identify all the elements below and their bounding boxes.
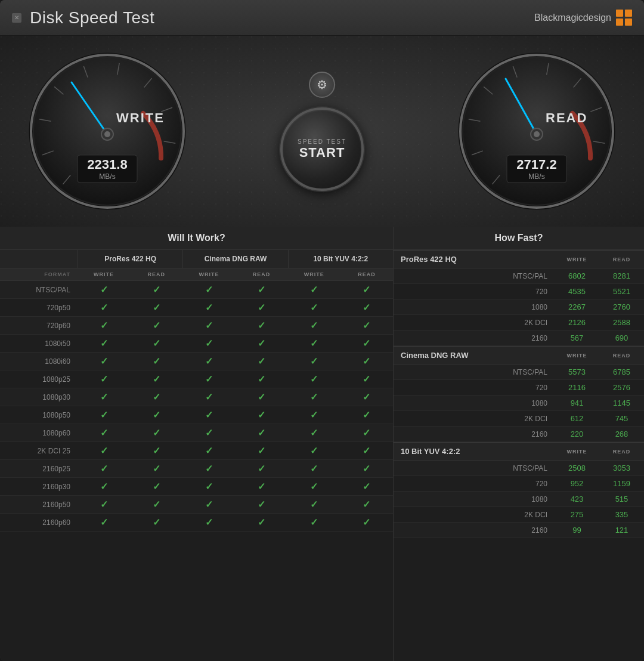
checkmark-icon: ✓ (363, 320, 370, 331)
checkmark-icon: ✓ (100, 284, 108, 295)
write-col-label: WRITE (555, 347, 599, 364)
checkmark-icon: ✓ (100, 463, 108, 474)
table-row: 1080p25✓✓✓✓✓✓ (0, 370, 393, 388)
tables-section: Will It Work? ProRes 422 HQ Cinema DNG R… (0, 227, 644, 661)
checkmark-icon: ✓ (153, 320, 160, 331)
check-cell: ✓ (130, 299, 182, 316)
read-value: 2576 (599, 380, 644, 395)
format-cell: 2160p30 (0, 478, 78, 495)
format-cell: 1080p60 (0, 424, 78, 441)
checkmark-icon: ✓ (205, 373, 213, 385)
checkmark-icon: ✓ (363, 517, 370, 528)
check-cell: ✓ (130, 478, 182, 495)
check-cell: ✓ (130, 388, 182, 406)
checkmark-icon: ✓ (100, 481, 108, 492)
group-title: ProRes 422 HQ (394, 251, 555, 268)
checkmark-icon: ✓ (205, 445, 213, 456)
format-label: 1080 (394, 299, 555, 314)
how-fast-row: 2K DCI 2126 2588 (394, 315, 644, 330)
table-row: 1080i60✓✓✓✓✓✓ (0, 353, 393, 370)
write-gauge: WRITE 2231.8 MB/s (24, 48, 191, 215)
check-cell: ✓ (340, 442, 393, 459)
check-cell: ✓ (78, 442, 130, 459)
check-cell: ✓ (340, 478, 393, 495)
checkmark-icon: ✓ (100, 445, 108, 456)
sub-header-rd2: READ (235, 268, 287, 280)
start-btn-text: START (299, 145, 345, 160)
table-row: 2K DCI 25✓✓✓✓✓✓ (0, 442, 393, 460)
check-cell: ✓ (78, 478, 130, 495)
check-cell: ✓ (235, 388, 287, 406)
format-label: 720 (394, 380, 555, 395)
write-value: 2508 (555, 461, 599, 475)
check-cell: ✓ (288, 406, 340, 424)
check-cell: ✓ (78, 460, 130, 477)
sub-header-wr1: WRITE (78, 268, 130, 280)
check-cell: ✓ (78, 370, 130, 388)
read-value: 2588 (599, 315, 644, 330)
format-cell: 2160p50 (0, 496, 78, 513)
check-cell: ✓ (182, 317, 235, 334)
sub-header-wr2: WRITE (182, 268, 235, 280)
checkmark-icon: ✓ (153, 409, 160, 421)
how-fast-row: NTSC/PAL 6802 8281 (394, 268, 644, 284)
check-cell: ✓ (130, 514, 182, 531)
check-cell: ✓ (288, 299, 340, 316)
checkmark-icon: ✓ (100, 499, 108, 510)
checkmark-icon: ✓ (258, 499, 265, 510)
format-label: 2160 (394, 523, 555, 538)
checkmark-icon: ✓ (363, 338, 370, 349)
table-row: 1080p60✓✓✓✓✓✓ (0, 424, 393, 442)
checkmark-icon: ✓ (258, 320, 265, 331)
how-fast-row: 720 2116 2576 (394, 380, 644, 396)
write-col-label: WRITE (555, 251, 599, 268)
format-label: 2K DCI (394, 315, 555, 330)
check-cell: ✓ (130, 496, 182, 513)
checkmark-icon: ✓ (100, 409, 108, 421)
check-cell: ✓ (340, 460, 393, 477)
svg-text:2717.2: 2717.2 (516, 157, 556, 172)
speed-test-start-button[interactable]: SPEED TEST START (280, 107, 364, 191)
sub-header-rd1: READ (130, 268, 182, 280)
check-cell: ✓ (182, 281, 235, 298)
checkmark-icon: ✓ (205, 499, 213, 510)
check-cell: ✓ (182, 353, 235, 370)
settings-button[interactable]: ⚙ (309, 72, 335, 98)
checkmark-icon: ✓ (205, 338, 213, 349)
checkmark-icon: ✓ (153, 481, 160, 492)
checkmark-icon: ✓ (153, 499, 160, 510)
checkmark-icon: ✓ (258, 338, 265, 349)
how-fast-row: 1080 423 515 (394, 492, 644, 507)
read-value: 6785 (599, 365, 644, 379)
check-cell: ✓ (340, 281, 393, 298)
check-cell: ✓ (78, 335, 130, 352)
sub-header-wr3: WRITE (288, 268, 340, 280)
check-cell: ✓ (130, 317, 182, 334)
checkmark-icon: ✓ (258, 517, 265, 528)
how-fast-header: How Fast? (394, 227, 644, 250)
checkmark-icon: ✓ (310, 320, 318, 331)
checkmark-icon: ✓ (310, 517, 318, 528)
read-value: 268 (599, 427, 644, 441)
read-gauge: READ 2717.2 MB/s (453, 48, 620, 215)
checkmark-icon: ✓ (363, 481, 370, 492)
brand-icon (616, 10, 632, 26)
check-cell: ✓ (130, 281, 182, 298)
check-cell: ✓ (340, 406, 393, 424)
read-value: 745 (599, 411, 644, 426)
checkmark-icon: ✓ (153, 284, 160, 295)
checkmark-icon: ✓ (258, 373, 265, 385)
format-label: NTSC/PAL (394, 461, 555, 475)
write-value: 952 (555, 476, 599, 491)
brand-square-3 (616, 18, 623, 26)
read-value: 335 (599, 507, 644, 522)
close-button[interactable]: ✕ (12, 13, 21, 23)
format-label: 2160 (394, 330, 555, 345)
check-cell: ✓ (235, 299, 287, 316)
checkmark-icon: ✓ (100, 517, 108, 528)
checkmark-icon: ✓ (363, 445, 370, 456)
read-value: 2760 (599, 299, 644, 314)
checkmark-icon: ✓ (100, 356, 108, 367)
checkmark-icon: ✓ (310, 409, 318, 421)
checkmark-icon: ✓ (153, 517, 160, 528)
